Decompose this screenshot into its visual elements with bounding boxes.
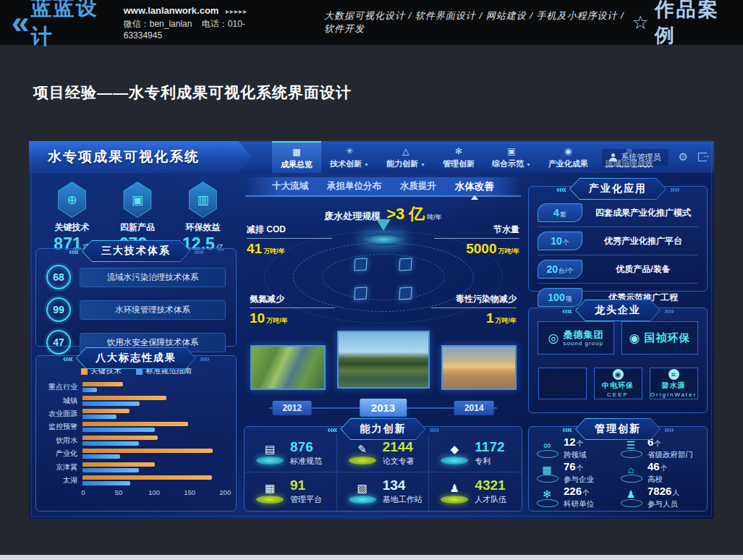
star-icon: ☆ [632,12,649,34]
chart-row: 饮用水 [41,434,227,447]
chart-bar [82,415,116,419]
year-button-2014[interactable]: 2014 [454,401,494,415]
nav-item-ability-innovation[interactable]: △ 能力创新▼ [378,141,434,173]
chevrons-right-icon: »›› [194,246,203,257]
nav-item-overview[interactable]: ▦ 成果总览 [272,141,321,173]
chart-bar [82,409,130,413]
tech-systems-title: 三大技术体系 [82,241,190,261]
box-icon: ▣ [507,147,515,156]
wechat-text: 微信：ben_lanlan [124,19,192,29]
chart-bar [82,449,213,453]
year-photos [241,328,525,390]
chart-row: 监控预警 [41,420,227,433]
metric-toxin-reduction: 毒性污染物减少 1万吨/年 [431,293,517,326]
chart-bar [82,396,166,400]
gear-icon[interactable]: ⚙ [679,150,688,164]
tab-unit-distribution[interactable]: 承担单位分布 [327,180,381,192]
stat-participants: ♟ 7826人参与人员 [620,485,704,509]
stat-research-units: ✻ 226个科研单位 [536,485,620,509]
benefit-icon: ▥ [187,182,218,217]
chevrons-right-icon: »›› [664,424,674,435]
chevron-down-icon: ▼ [420,162,425,167]
nav-item-tech-innovation[interactable]: ✳ 技术创新▼ [321,141,378,173]
tab-water-improvement[interactable]: 水体改善 [455,180,494,193]
photo-2012[interactable] [250,345,326,390]
medal-icon: ◉ [564,147,572,156]
chart-bar [82,441,139,446]
tech-systems-panel: ‹‹« 三大技术体系 »›› 68 流域水污染治理技术体系 99 水环境管理技术… [35,248,237,347]
org-chart-icon: ☰ [620,438,642,452]
chevrons-right-icon: »›› [670,184,679,195]
enterprises-title: 龙头企业 [576,300,660,321]
chevrons-left-icon: ‹‹« [562,424,572,435]
book-icon: ▤ [256,440,284,459]
tab-ten-basins[interactable]: 十大流域 [272,180,308,192]
pen-icon: ✎ [349,440,376,459]
site-header: « 蓝蓝设计 www.lanlanwork.com ▸▸▸▸▸ 微信：ben_l… [0,0,743,45]
portfolio-link[interactable]: ☆ 作品案例 [632,0,730,48]
chart-row: 重点行业 [41,381,227,394]
chart-bar [82,388,97,392]
chart-bar [82,462,155,467]
achievements-title: 八大标志性成果 [77,348,195,368]
people-icon: ♟ [620,487,642,501]
chart-bar [82,468,139,472]
chart-bar [82,422,188,426]
logo-icon: « [12,8,25,37]
cube-icon [354,287,367,300]
guozhen-logo-icon: ◉ [629,331,640,346]
chevrons-right-icon: »›› [200,353,209,364]
stat-platforms: ▦ 91管理平台 [245,472,337,511]
metric-water-saved: 节水量 5000万吨/年 [434,224,519,257]
beam-arrow-icon [376,219,391,231]
nav-item-industrialization[interactable]: ◉ 产业化成果 [540,141,597,173]
grid-icon: ▦ [292,148,300,157]
chart-bar [82,481,130,485]
chart-row: 太湖 [41,474,227,487]
industry-row: 10个 优秀产业化推广平台 [538,229,698,255]
chevron-down-icon: ▼ [364,162,369,167]
cube-icon [399,287,412,300]
page-title: 项目经验——水专利成果可视化系统界面设计 [33,82,352,103]
logo-sound-group: ◎ 桑德集团sound group [538,321,614,355]
tech-systems-rows: 68 流域水污染治理技术体系 99 水环境管理技术体系 47 饮用水安全保障技术… [36,249,236,355]
diamond-icon: ◆ [441,440,468,459]
molecule-icon: ✳ [346,147,353,156]
website-url[interactable]: www.lanlanwork.com [124,5,219,16]
industry-row: 20台/个 优质产品/装备 [538,258,698,284]
contact-line: 微信：ben_lanlan 电话：010-63334945 [124,18,273,41]
chevrons-left-icon: ‹‹« [328,424,337,435]
grid-icon: ▦ [256,479,284,498]
admin-user-button[interactable]: 系统管理员 [602,149,668,166]
nav-item-management-innovation[interactable]: ✻ 管理创新 [434,141,483,173]
contact-block: www.lanlanwork.com ▸▸▸▸▸ 微信：ben_lanlan 电… [124,5,273,41]
logo-guozhen: ◉ 国祯环保 [621,321,698,355]
microscope-icon: ✻ [536,487,558,501]
chart-row: 产业化 [41,447,227,460]
metric-ammonia-reduction: 氨氮减少 10万吨/年 [250,293,335,326]
year-button-2012[interactable]: 2012 [272,401,312,415]
chart-row: 农业面源 [41,407,227,420]
chart-bar [82,454,120,459]
chart-row: 京津冀 [41,460,227,473]
achievements-chart-rows: 重点行业城镇农业面源监控预警饮用水产业化京津冀太湖 [36,376,236,487]
photo-2014[interactable] [441,345,517,390]
logo-text: 蓝蓝设计 [30,0,109,51]
people-icon: ♟ [441,479,468,498]
tab-water-quality[interactable]: 水质提升 [400,180,436,192]
chart-bar [82,428,155,432]
year-button-2013[interactable]: 2013 [360,399,407,417]
document-icon: ▧ [349,479,376,498]
achievements-panel: ‹‹« 八大标志性成果 »›› 关键技术 标准规范指南 重点行业城镇农业面源监控… [35,355,237,512]
logo-empty-slot [538,368,587,399]
industrialization-panel: ‹‹« 产业化应用 »›› 4套 四套成果产业化推广模式 10个 优秀产业化推广… [528,186,708,292]
stat-standards: ▤ 876标准规范 [245,434,337,472]
industry-row: 4套 四套成果产业化推广模式 [538,201,698,227]
right-column: ‹‹« 产业化应用 »›› 4套 四套成果产业化推广模式 10个 优秀产业化推广… [528,173,708,519]
photo-2013[interactable] [337,331,430,389]
chevron-down-icon: ▼ [526,162,531,167]
logo[interactable]: « 蓝蓝设计 [12,0,109,51]
sound-group-logo-icon: ◎ [548,331,559,346]
logout-icon[interactable] [698,153,707,161]
nav-item-demonstration[interactable]: ▣ 综合示范▼ [483,141,540,173]
